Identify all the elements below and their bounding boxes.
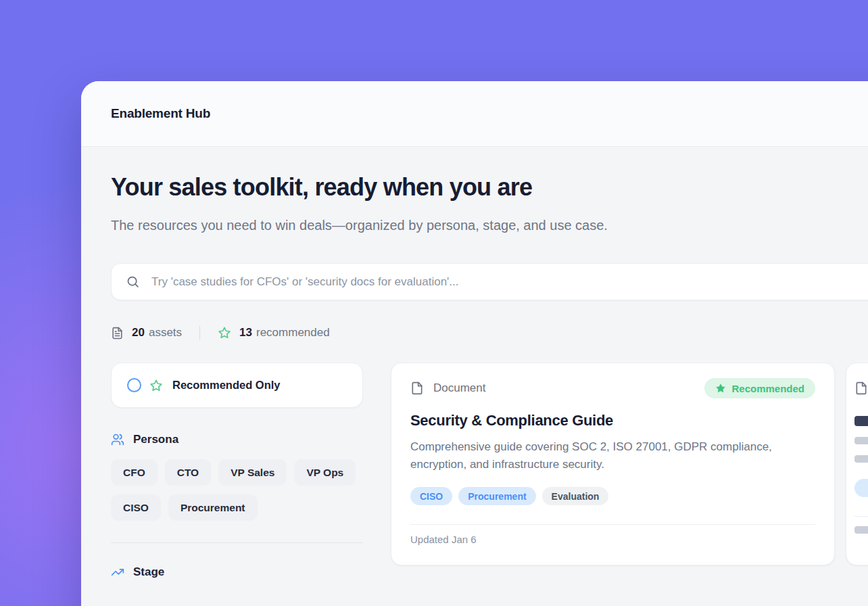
tag-evaluation: Evaluation <box>542 487 609 505</box>
app-header: Enablement Hub <box>81 81 868 147</box>
card-type-label: Document <box>433 381 485 395</box>
filter-sidebar: Recommended Only Persona CFO CTO VP Sale… <box>111 363 363 592</box>
star-icon <box>218 326 231 340</box>
card-tag <box>854 479 868 497</box>
app-title: Enablement Hub <box>111 106 210 121</box>
assets-count: 20 <box>132 326 145 340</box>
card-divider <box>854 516 868 517</box>
persona-chip-procurement[interactable]: Procurement <box>168 494 258 521</box>
resource-card-partial[interactable] <box>846 363 868 565</box>
file-text-icon <box>111 327 124 340</box>
page-title: Your sales toolkit, ready when you are <box>111 174 868 201</box>
recommended-badge-label: Recommended <box>731 383 804 394</box>
search-input[interactable] <box>150 275 868 289</box>
sidebar-divider <box>111 542 363 543</box>
card-title <box>854 416 868 426</box>
persona-chip-ciso[interactable]: CISO <box>111 494 161 521</box>
radio-circle-icon <box>127 378 141 392</box>
stage-section-header: Stage <box>111 565 363 580</box>
card-header-row: Document Recommended <box>410 378 815 398</box>
users-icon <box>111 433 124 446</box>
tag-procurement: Procurement <box>458 487 535 505</box>
tag-ciso: CISO <box>410 487 452 505</box>
content-columns: Recommended Only Persona CFO CTO VP Sale… <box>111 363 868 592</box>
enablement-hub-window: Enablement Hub Your sales toolkit, ready… <box>81 81 868 606</box>
stats-divider <box>199 326 200 340</box>
resource-card-security-compliance-guide[interactable]: Document Recommended Security & Complian… <box>391 363 835 565</box>
search-icon <box>126 275 140 289</box>
recommended-only-label: Recommended Only <box>172 379 281 392</box>
card-description <box>854 437 868 444</box>
persona-chips: CFO CTO VP Sales VP Ops CISO Procurement <box>111 459 363 521</box>
recommended-only-toggle[interactable]: Recommended Only <box>111 363 363 408</box>
recommended-badge: Recommended <box>704 378 815 398</box>
card-type: Document <box>410 381 485 395</box>
main-content: Your sales toolkit, ready when you are T… <box>81 147 868 592</box>
resource-card-grid: Document Recommended Security & Complian… <box>391 363 868 565</box>
card-title: Security & Compliance Guide <box>410 412 815 429</box>
page-subtitle: The resources you need to win deals—orga… <box>111 213 631 237</box>
persona-chip-cto[interactable]: CTO <box>165 459 211 486</box>
card-tags: CISO Procurement Evaluation <box>410 487 815 505</box>
file-icon <box>854 381 868 395</box>
card-header-row <box>854 378 868 398</box>
stage-section-label: Stage <box>133 565 164 579</box>
trending-up-icon <box>111 565 124 579</box>
card-divider <box>410 524 815 525</box>
file-icon <box>410 381 424 395</box>
persona-chip-vp-sales[interactable]: VP Sales <box>218 459 287 486</box>
assets-label: assets <box>149 326 182 340</box>
star-icon <box>149 379 163 392</box>
card-updated-date: Updated Jan 6 <box>410 534 815 545</box>
search-bar[interactable] <box>111 263 868 300</box>
card-updated-date <box>854 526 868 534</box>
persona-chip-cfo[interactable]: CFO <box>111 459 158 486</box>
persona-section-label: Persona <box>133 433 178 446</box>
recommended-label: recommended <box>256 326 330 340</box>
star-filled-icon <box>715 383 726 394</box>
recommended-count: 13 <box>239 326 252 340</box>
persona-chip-vp-ops[interactable]: VP Ops <box>294 459 356 486</box>
persona-section-header: Persona <box>111 432 363 447</box>
stats-row: 20 assets 13 recommended <box>111 326 868 340</box>
card-description: Comprehensive guide covering SOC 2, ISO … <box>410 438 815 473</box>
card-description <box>854 455 868 463</box>
